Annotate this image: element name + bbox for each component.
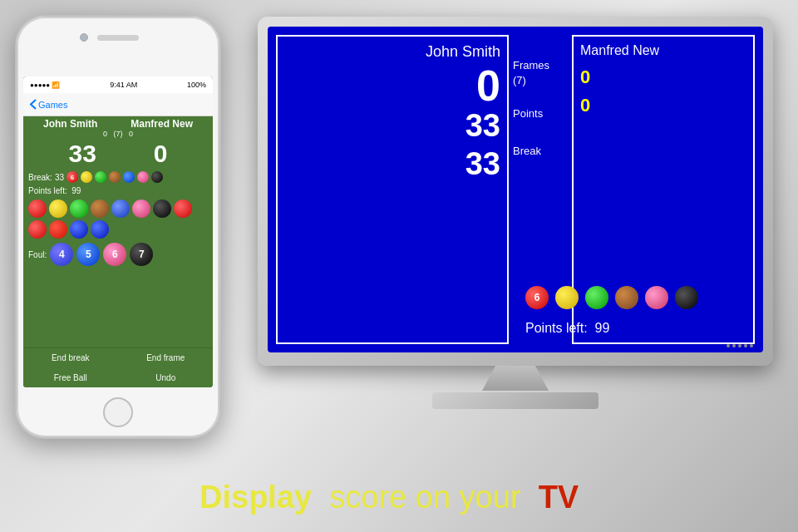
- time: 9:41 AM: [110, 81, 137, 89]
- tv-ball-green: [585, 286, 608, 309]
- player1-name: John Smith: [43, 118, 97, 130]
- tv-stand: [432, 366, 598, 416]
- frames-label: Frames(7): [513, 58, 549, 88]
- tv-stand-base: [432, 392, 598, 409]
- tv-player1-points: 33: [284, 107, 500, 145]
- ball-blue[interactable]: [123, 171, 135, 183]
- foul-ball-7[interactable]: 7: [130, 243, 153, 266]
- tv-screen: John Smith 0 33 33 Frames(7) Points Brea…: [268, 27, 763, 352]
- tv-player1-name: John Smith: [284, 43, 500, 64]
- points-label: Points: [513, 106, 549, 121]
- foul-label: Foul:: [28, 250, 47, 259]
- ball-brown[interactable]: [109, 171, 121, 183]
- break-label: Break:: [28, 173, 52, 182]
- player2-name: Manfred New: [131, 118, 193, 130]
- yellow-ball[interactable]: [49, 200, 67, 218]
- pink-ball[interactable]: [132, 200, 150, 218]
- player2-frames: 0: [129, 130, 133, 138]
- tv-frame: John Smith 0 33 33 Frames(7) Points Brea…: [258, 17, 773, 366]
- tv-stand-neck: [482, 366, 549, 391]
- tv-p2-points-row: 0: [580, 91, 746, 120]
- red-ball-2[interactable]: [174, 200, 192, 218]
- player1-score: 33: [68, 140, 96, 168]
- score-area: John Smith Manfred New 0 (7) 0 33 0 Brea…: [23, 116, 213, 268]
- foul-ball-5[interactable]: 5: [76, 243, 100, 266]
- tv-ball-black: [675, 286, 698, 309]
- black-ball[interactable]: [153, 200, 171, 218]
- tv-ball-yellow: [555, 286, 579, 309]
- player2-score: 0: [154, 140, 168, 168]
- tv-player1-break: 33: [284, 145, 500, 184]
- tv-p2-frames-row: 0: [580, 63, 746, 91]
- tv-word: TV: [539, 480, 579, 515]
- tv-dot: [732, 344, 736, 347]
- nav-bar: Games: [23, 93, 213, 116]
- battery: 100%: [187, 81, 206, 89]
- blue-ball-3[interactable]: [91, 220, 109, 239]
- free-ball-button[interactable]: Free Ball: [23, 368, 118, 387]
- tv-p2-frames: 0: [580, 66, 590, 88]
- break-label: Break: [513, 144, 549, 159]
- green-ball[interactable]: [70, 200, 88, 218]
- points-left: Points left: 99: [23, 185, 213, 197]
- phone: ●●●●● 📶 9:41 AM 100% Games John Smith Ma…: [15, 15, 221, 439]
- break-value: 33: [55, 173, 64, 182]
- tv-player1-frames: 0: [284, 64, 500, 107]
- brown-ball[interactable]: [91, 200, 109, 218]
- tv-points-left: Points left: 99: [525, 321, 609, 336]
- signal-dots: ●●●●● 📶: [30, 81, 60, 89]
- status-bar: ●●●●● 📶 9:41 AM 100%: [23, 76, 213, 93]
- ball-green[interactable]: [95, 171, 106, 183]
- end-frame-button[interactable]: End frame: [119, 348, 214, 367]
- foul-ball-6[interactable]: 6: [103, 243, 126, 266]
- ball-yellow[interactable]: [81, 171, 92, 183]
- tv-dot: [744, 344, 747, 347]
- undo-button[interactable]: Undo: [119, 368, 214, 387]
- colored-balls-grid: [23, 197, 213, 241]
- back-button[interactable]: Games: [30, 99, 67, 110]
- tv-balls-row: 6: [525, 286, 698, 309]
- tv-indicator-dots: [727, 344, 753, 347]
- back-label: Games: [38, 100, 67, 110]
- big-scores: 33 0: [23, 138, 213, 170]
- ball-black[interactable]: [151, 171, 163, 183]
- phone-screen: ●●●●● 📶 9:41 AM 100% Games John Smith Ma…: [23, 76, 213, 387]
- tv-dot: [738, 344, 741, 347]
- red-ball-3[interactable]: [28, 220, 47, 239]
- tv-center-labels: Frames(7) Points Break: [513, 35, 549, 159]
- ball-pink[interactable]: [137, 171, 149, 183]
- blue-ball-2[interactable]: [70, 220, 88, 239]
- tv-ball-brown: [615, 286, 638, 309]
- bottom-buttons: End break End frame Free Ball Undo: [23, 347, 213, 387]
- tv-dot: [750, 344, 753, 347]
- blue-ball[interactable]: [111, 200, 130, 218]
- break-row: Break: 33 6: [23, 170, 213, 185]
- red-ball-4[interactable]: [49, 220, 67, 239]
- frames-label: (7): [114, 130, 123, 138]
- score-word: score on your: [321, 480, 530, 515]
- player1-frames: 0: [103, 130, 107, 138]
- ball-red-6[interactable]: 6: [66, 171, 78, 183]
- display-word: Display: [200, 480, 312, 515]
- foul-row: Foul: 4 5 6 7: [23, 241, 213, 268]
- red-ball-1[interactable]: [28, 200, 47, 218]
- tv-dot: [727, 344, 730, 347]
- tv-p2-break-row: [580, 120, 746, 126]
- phone-camera: [80, 33, 88, 42]
- home-button[interactable]: [103, 397, 133, 427]
- tv-player2-name: Manfred New: [580, 43, 746, 58]
- bottom-tagline: Display score on your TV: [200, 480, 579, 515]
- tv-ball-pink: [645, 286, 668, 309]
- tv-left-panel: John Smith 0 33 33: [276, 35, 509, 344]
- tv-p2-points: 0: [580, 95, 590, 116]
- tv: John Smith 0 33 33 Frames(7) Points Brea…: [258, 17, 773, 416]
- phone-speaker: [97, 35, 139, 41]
- frames-row: 0 (7) 0: [23, 130, 213, 138]
- foul-ball-4[interactable]: 4: [50, 243, 73, 266]
- end-break-button[interactable]: End break: [23, 348, 118, 367]
- tv-ball-red: 6: [525, 286, 549, 309]
